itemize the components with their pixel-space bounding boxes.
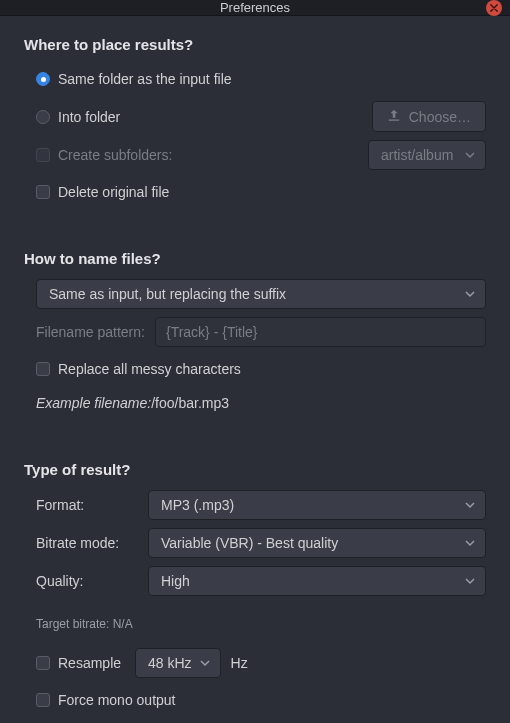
quality-row: Quality: High bbox=[24, 566, 486, 596]
radio-into-folder[interactable] bbox=[36, 110, 50, 124]
example-value: /foo/bar.mp3 bbox=[151, 395, 229, 411]
quality-label: Quality: bbox=[36, 573, 140, 589]
radio-label: Same folder as the input file bbox=[58, 71, 232, 87]
target-bitrate-row: Target bitrate: N/A bbox=[24, 610, 486, 638]
select-value: 48 kHz bbox=[148, 655, 192, 671]
content: Where to place results? Same folder as t… bbox=[0, 16, 510, 723]
select-value: High bbox=[161, 573, 190, 589]
checkbox-row-replace-messy[interactable]: Replace all messy characters bbox=[24, 355, 486, 383]
chevron-down-icon bbox=[465, 535, 475, 551]
subfolder-pattern-select[interactable]: artist/album bbox=[368, 140, 486, 170]
radio-same-folder[interactable] bbox=[36, 72, 50, 86]
chevron-down-icon bbox=[465, 147, 475, 163]
section-heading-name: How to name files? bbox=[24, 250, 486, 267]
select-value: MP3 (.mp3) bbox=[161, 497, 234, 513]
resample-unit: Hz bbox=[231, 655, 248, 671]
filename-pattern-row: Filename pattern: {Track} - {Title} bbox=[24, 317, 486, 347]
bitrate-mode-select[interactable]: Variable (VBR) - Best quality bbox=[148, 528, 486, 558]
checkbox-label: Force mono output bbox=[58, 692, 176, 708]
chevron-down-icon bbox=[465, 497, 475, 513]
checkbox-delete-original[interactable] bbox=[36, 185, 50, 199]
radio-row-same-folder[interactable]: Same folder as the input file bbox=[24, 65, 486, 93]
example-label: Example filename: bbox=[36, 395, 151, 411]
checkbox-resample[interactable] bbox=[36, 656, 50, 670]
radio-row-into-folder[interactable]: Into folder Choose… bbox=[24, 101, 486, 132]
checkbox-row-resample[interactable]: Resample 48 kHz Hz bbox=[24, 648, 486, 678]
filename-pattern-input[interactable]: {Track} - {Title} bbox=[155, 317, 486, 347]
chevron-down-icon bbox=[465, 573, 475, 589]
checkbox-label: Resample bbox=[58, 655, 121, 671]
target-bitrate-text: Target bitrate: N/A bbox=[36, 617, 133, 631]
checkbox-replace-messy[interactable] bbox=[36, 362, 50, 376]
format-row: Format: MP3 (.mp3) bbox=[24, 490, 486, 520]
name-mode-select[interactable]: Same as input, but replacing the suffix bbox=[36, 279, 486, 309]
radio-label: Into folder bbox=[58, 109, 120, 125]
choose-folder-button[interactable]: Choose… bbox=[372, 101, 486, 132]
format-label: Format: bbox=[36, 497, 140, 513]
select-value: Same as input, but replacing the suffix bbox=[49, 286, 286, 302]
checkbox-label: Delete original file bbox=[58, 184, 169, 200]
choose-label: Choose… bbox=[409, 109, 471, 125]
format-select[interactable]: MP3 (.mp3) bbox=[148, 490, 486, 520]
checkbox-row-subfolders[interactable]: Create subfolders: artist/album bbox=[24, 140, 486, 170]
upload-icon bbox=[387, 108, 401, 125]
checkbox-force-mono[interactable] bbox=[36, 693, 50, 707]
checkbox-label: Replace all messy characters bbox=[58, 361, 241, 377]
resample-rate-select[interactable]: 48 kHz bbox=[135, 648, 221, 678]
section-heading-type: Type of result? bbox=[24, 461, 486, 478]
checkbox-row-delete-original[interactable]: Delete original file bbox=[24, 178, 486, 206]
select-value: artist/album bbox=[381, 147, 453, 163]
window-title: Preferences bbox=[220, 0, 290, 15]
section-heading-place: Where to place results? bbox=[24, 36, 486, 53]
titlebar: Preferences bbox=[0, 0, 510, 16]
chevron-down-icon bbox=[200, 655, 210, 671]
close-icon[interactable] bbox=[486, 0, 502, 16]
bitrate-mode-row: Bitrate mode: Variable (VBR) - Best qual… bbox=[24, 528, 486, 558]
filename-pattern-label: Filename pattern: bbox=[36, 324, 145, 340]
checkbox-row-force-mono[interactable]: Force mono output bbox=[24, 686, 486, 714]
select-value: Variable (VBR) - Best quality bbox=[161, 535, 338, 551]
name-mode-row: Same as input, but replacing the suffix bbox=[24, 279, 486, 309]
checkbox-create-subfolders[interactable] bbox=[36, 148, 50, 162]
quality-select[interactable]: High bbox=[148, 566, 486, 596]
checkbox-label: Create subfolders: bbox=[58, 147, 172, 163]
example-filename-row: Example filename: /foo/bar.mp3 bbox=[24, 389, 486, 417]
bitrate-mode-label: Bitrate mode: bbox=[36, 535, 140, 551]
chevron-down-icon bbox=[465, 286, 475, 302]
